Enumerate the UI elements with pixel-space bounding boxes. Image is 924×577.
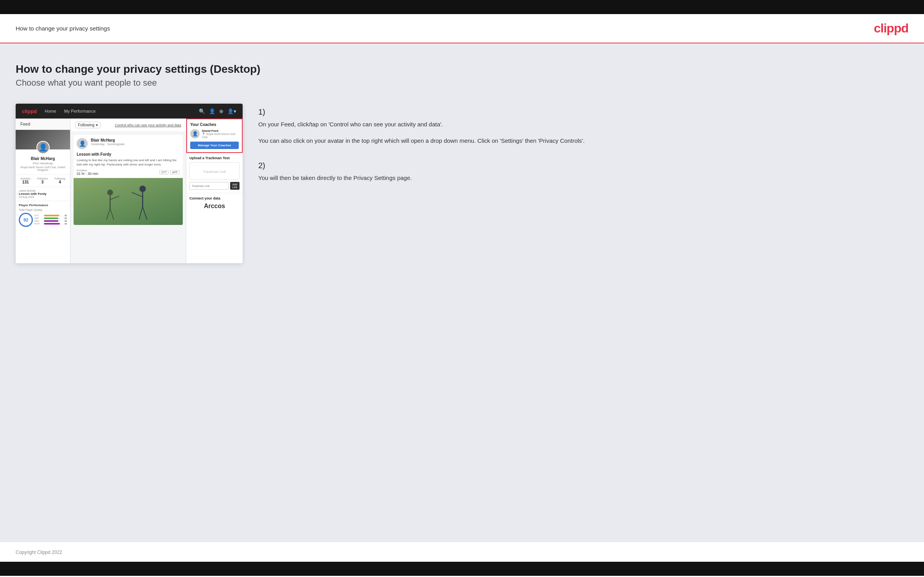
connect-section: Connect your data Arccos <box>186 193 243 213</box>
bar-ott-track <box>44 215 61 216</box>
clippd-logo: clippd <box>874 21 908 36</box>
bar-arg-label: ARG <box>34 220 43 222</box>
stat-followers-value: 3 <box>37 180 48 184</box>
post-duration: Duration 01 hr : 30 min OTT APP <box>74 169 183 178</box>
trackman-section: Upload a Trackman Test Trackman Link Add… <box>186 153 243 193</box>
post-description: Looking to feel like my hands are exitin… <box>74 158 183 169</box>
app-right-panel: Your Coaches 👤 David Ford 📍 Royal North … <box>186 119 243 263</box>
post-author-name: Blair McHarg <box>91 138 180 142</box>
coach-name: David Ford <box>202 129 239 133</box>
post-title: Lesson with Fordy <box>74 152 183 158</box>
bar-app-track <box>44 217 61 219</box>
site-footer: Copyright Clippd 2022 <box>0 542 924 562</box>
bar-arg-fill <box>44 220 58 222</box>
bar-app-value: 85 <box>61 217 67 219</box>
player-performance-title: Player Performance <box>19 203 67 207</box>
nav-performance: My Performance <box>64 109 96 113</box>
location-icon: 📍 <box>202 133 205 135</box>
latest-activity-label: Latest Activity <box>19 189 67 192</box>
bar-arg-value: 86 <box>61 220 67 222</box>
quality-bars: OTT 90 APP 85 ARG <box>34 214 67 225</box>
nav-icons: 🔍 👤 ⊕ 👤▾ <box>199 108 236 114</box>
stat-following-value: 4 <box>54 180 65 184</box>
bar-putt-label: PUTT <box>34 223 43 225</box>
trackman-input-row: Add Link <box>189 182 240 190</box>
connect-title: Connect your data <box>189 196 240 200</box>
trackman-placeholder-text: Trackman Link <box>203 170 226 174</box>
header-title: How to change your privacy settings <box>16 25 110 32</box>
footer-copyright: Copyright Clippd 2022 <box>16 550 62 555</box>
stat-followers-label: Followers <box>37 177 48 180</box>
bar-putt-track <box>44 223 61 225</box>
trackman-input[interactable] <box>189 182 229 190</box>
player-performance: Player Performance Total Player Quality … <box>16 201 70 229</box>
duration-left: Duration 01 hr : 30 min <box>77 169 98 176</box>
instruction-step1: 1) On your Feed, click/tap on 'Control w… <box>258 108 908 146</box>
tag-app: APP <box>170 170 180 174</box>
stat-followers: Followers 3 <box>37 177 48 184</box>
quality-score: 92 <box>19 213 33 227</box>
post-date: Yesterday · Sunningdale <box>91 142 180 146</box>
latest-activity: Latest Activity Lesson with Fordy 03 Aug… <box>16 187 70 201</box>
top-bar <box>0 0 924 14</box>
tag-ott: OTT <box>159 170 169 174</box>
article-layout: clippd Home My Performance 🔍 👤 ⊕ 👤▾ Feed <box>16 104 908 263</box>
post-image-svg <box>74 178 183 225</box>
coaches-section: Your Coaches 👤 David Ford 📍 Royal North … <box>186 119 243 153</box>
stat-activities-value: 131 <box>20 180 31 184</box>
following-button[interactable]: Following ▾ <box>75 122 101 128</box>
stat-activities-label: Activities <box>20 177 31 180</box>
add-link-button[interactable]: Add Link <box>230 182 240 190</box>
profile-badge: Plus Handicap <box>19 162 67 165</box>
step1-extra: You can also click on your avatar in the… <box>258 136 908 146</box>
coaches-section-wrapper: Your Coaches 👤 David Ford 📍 Royal North … <box>186 119 243 153</box>
instruction-step2: 2) You will then be taken directly to th… <box>258 161 908 183</box>
feed-header: Following ▾ Control who can see your act… <box>70 119 186 132</box>
bar-ott-value: 90 <box>61 214 67 217</box>
trackman-placeholder: Trackman Link <box>189 162 240 180</box>
profile-name: Blair McHarg <box>19 156 67 161</box>
bar-putt-value: 96 <box>61 223 67 225</box>
arccos-logo: Arccos <box>189 203 240 210</box>
app-body: Feed Blair McHarg Plus Handicap Royal No… <box>16 119 243 263</box>
bar-ott-fill <box>44 215 59 216</box>
app-feed: Following ▾ Control who can see your act… <box>70 119 186 263</box>
bottom-bar <box>0 562 924 576</box>
stat-activities: Activities 131 <box>20 177 31 184</box>
svg-point-6 <box>139 186 146 192</box>
app-sidebar: Feed Blair McHarg Plus Handicap Royal No… <box>16 119 70 263</box>
site-header: How to change your privacy settings clip… <box>0 14 924 43</box>
search-icon: 🔍 <box>199 108 205 114</box>
profile-cover <box>16 130 70 149</box>
svg-rect-0 <box>74 178 183 225</box>
coach-item: 👤 David Ford 📍 Royal North Devon Golf Cl… <box>190 129 239 138</box>
post-image <box>74 178 183 225</box>
quality-label: Total Player Quality <box>19 209 67 211</box>
bar-ott: OTT 90 <box>34 214 67 217</box>
manage-coaches-button[interactable]: Manage Your Coaches <box>190 142 239 149</box>
bar-app-fill <box>44 217 58 219</box>
bar-arg-track <box>44 220 61 222</box>
bar-app-label: APP <box>34 217 43 219</box>
trackman-title: Upload a Trackman Test <box>189 156 240 160</box>
instructions: 1) On your Feed, click/tap on 'Control w… <box>258 104 908 198</box>
stat-following-label: Following <box>54 177 65 180</box>
page-title: How to change your privacy settings (Des… <box>16 63 908 75</box>
bar-arg: ARG 86 <box>34 220 67 222</box>
bar-putt-fill <box>44 223 60 225</box>
profile-club: Royal North Devon Golf Club, United King… <box>19 166 67 171</box>
feed-post: 👤 Blair McHarg Yesterday · Sunningdale L… <box>74 135 183 225</box>
duration-label: Duration <box>77 169 98 172</box>
control-privacy-link[interactable]: Control who can see your activity and da… <box>115 123 181 127</box>
bar-putt: PUTT 96 <box>34 223 67 225</box>
following-label: Following <box>78 123 94 127</box>
profile-stats: Activities 131 Followers 3 Following 4 <box>16 174 70 187</box>
post-author-avatar: 👤 <box>77 138 88 149</box>
avatar-icon[interactable]: 👤▾ <box>227 108 236 114</box>
app-navbar: clippd Home My Performance 🔍 👤 ⊕ 👤▾ <box>16 104 243 119</box>
main-content: How to change your privacy settings (Des… <box>0 43 924 542</box>
feed-tab[interactable]: Feed <box>16 119 70 130</box>
app-logo: clippd <box>22 108 37 114</box>
stat-following: Following 4 <box>54 177 65 184</box>
duration-value: 01 hr : 30 min <box>77 172 98 176</box>
